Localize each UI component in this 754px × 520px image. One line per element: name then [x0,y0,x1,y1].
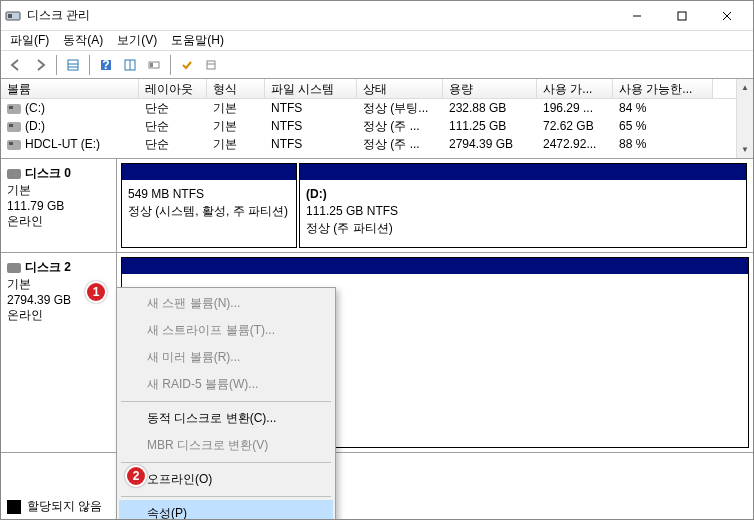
volume-fs: NTFS [265,118,357,134]
menu-new-mirror-volume: 새 미러 볼륨(R)... [119,344,333,371]
volume-icon [7,104,21,114]
volume-layout: 단순 [139,117,207,136]
col-type[interactable]: 형식 [207,79,265,98]
partition-bar [122,258,748,274]
legend-label-unallocated: 할당되지 않음 [27,498,102,515]
volume-capacity: 2794.39 GB [443,136,537,152]
action-settings-button[interactable] [200,54,222,76]
volume-status: 정상 (주 ... [357,117,443,136]
minimize-button[interactable] [614,2,659,30]
nav-back-button[interactable] [5,54,27,76]
svg-rect-6 [68,60,78,70]
action-check-button[interactable] [176,54,198,76]
volume-name: (C:) [25,101,45,115]
volume-free: 2472.92... [537,136,613,152]
menu-file[interactable]: 파일(F) [3,30,56,51]
volume-fs: NTFS [265,100,357,116]
volume-fs: NTFS [265,136,357,152]
menu-separator [121,496,331,497]
svg-rect-3 [678,12,686,20]
disk-name: 디스크 2 [25,260,71,274]
volume-layout: 단순 [139,135,207,154]
partition-name: (D:) [306,186,740,203]
partition-bar [300,164,746,180]
svg-text:?: ? [102,58,109,72]
menu-convert-dynamic[interactable]: 동적 디스크로 변환(C)... [119,405,333,432]
maximize-button[interactable] [659,2,704,30]
volume-capacity: 111.25 GB [443,118,537,134]
scroll-down-icon[interactable]: ▼ [737,141,753,158]
volume-free: 196.29 ... [537,100,613,116]
menu-new-stripe-volume: 새 스트라이프 볼륨(T)... [119,317,333,344]
volume-free: 72.62 GB [537,118,613,134]
col-capacity[interactable]: 용량 [443,79,537,98]
disk-partitions: 549 MB NTFS 정상 (시스템, 활성, 주 파티션) (D:) 111… [117,159,753,252]
menu-new-raid5-volume: 새 RAID-5 볼륨(W)... [119,371,333,398]
disk-name: 디스크 0 [25,166,71,180]
volume-row[interactable]: (C:) 단순 기본 NTFS 정상 (부팅... 232.88 GB 196.… [1,99,753,117]
nav-forward-button[interactable] [29,54,51,76]
volume-list-scrollbar[interactable]: ▲ ▼ [736,79,753,158]
annotation-badge-2: 2 [125,465,147,487]
col-freepct[interactable]: 사용 가능한... [613,79,713,98]
partition[interactable]: (D:) 111.25 GB NTFS 정상 (주 파티션) [299,163,747,248]
menu-convert-mbr: MBR 디스크로 변환(V) [119,432,333,459]
col-fs[interactable]: 파일 시스템 [265,79,357,98]
col-status[interactable]: 상태 [357,79,443,98]
disk-type: 기본 [7,182,110,199]
disk-icon [7,263,21,273]
partition-bar [122,164,296,180]
disk-panel-0: 디스크 0 기본 111.79 GB 온라인 549 MB NTFS 정상 (시… [1,159,753,253]
window-title: 디스크 관리 [27,7,614,24]
disk-state: 온라인 [7,307,110,324]
volume-name: HDCL-UT (E:) [25,137,100,151]
partition[interactable]: 549 MB NTFS 정상 (시스템, 활성, 주 파티션) [121,163,297,248]
disk-state: 온라인 [7,213,110,230]
volume-type: 기본 [207,135,265,154]
disk-info[interactable]: 디스크 0 기본 111.79 GB 온라인 [1,159,117,252]
disk-size: 111.79 GB [7,199,110,213]
toolbar-separator [89,55,90,75]
menu-offline[interactable]: 오프라인(O) [119,466,333,493]
legend-swatch-unallocated [7,500,21,514]
col-layout[interactable]: 레이아웃 [139,79,207,98]
volume-row[interactable]: (D:) 단순 기본 NTFS 정상 (주 ... 111.25 GB 72.6… [1,117,753,135]
view-list-button[interactable] [62,54,84,76]
partition-status: 정상 (주 파티션) [306,220,740,237]
window-buttons [614,2,749,30]
disk-icon [7,169,21,179]
volume-freepct: 88 % [613,136,713,152]
volume-list-header: 볼륨 레이아웃 형식 파일 시스템 상태 용량 사용 가... 사용 가능한..… [1,79,753,99]
volume-freepct: 84 % [613,100,713,116]
menu-view[interactable]: 보기(V) [110,30,164,51]
col-volume[interactable]: 볼륨 [1,79,139,98]
view-graphic-button[interactable] [143,54,165,76]
partition-size: 549 MB NTFS [128,186,290,203]
menu-action[interactable]: 동작(A) [56,30,110,51]
partition-size: 111.25 GB NTFS [306,203,740,220]
volume-row[interactable]: HDCL-UT (E:) 단순 기본 NTFS 정상 (주 ... 2794.3… [1,135,753,153]
volume-capacity: 232.88 GB [443,100,537,116]
partition-status: 정상 (시스템, 활성, 주 파티션) [128,203,290,220]
toolbar-separator [56,55,57,75]
svg-rect-15 [207,61,215,69]
menu-separator [121,462,331,463]
menu-help[interactable]: 도움말(H) [164,30,231,51]
view-details-button[interactable] [119,54,141,76]
volume-status: 정상 (주 ... [357,135,443,154]
context-menu: 새 스팬 볼륨(N)... 새 스트라이프 볼륨(T)... 새 미러 볼륨(R… [116,287,336,520]
menu-properties[interactable]: 속성(P) [119,500,333,520]
svg-rect-1 [8,14,12,18]
col-free[interactable]: 사용 가... [537,79,613,98]
volume-name: (D:) [25,119,45,133]
close-button[interactable] [704,2,749,30]
help-button[interactable]: ? [95,54,117,76]
volume-status: 정상 (부팅... [357,99,443,118]
volume-freepct: 65 % [613,118,713,134]
scroll-up-icon[interactable]: ▲ [737,79,753,96]
menu-separator [121,401,331,402]
disk-panel-2: 디스크 2 기본 2794.39 GB 온라인 [1,253,753,453]
toolbar: ? [1,51,753,79]
menu-new-span-volume: 새 스팬 볼륨(N)... [119,290,333,317]
menu-bar: 파일(F) 동작(A) 보기(V) 도움말(H) [1,31,753,51]
